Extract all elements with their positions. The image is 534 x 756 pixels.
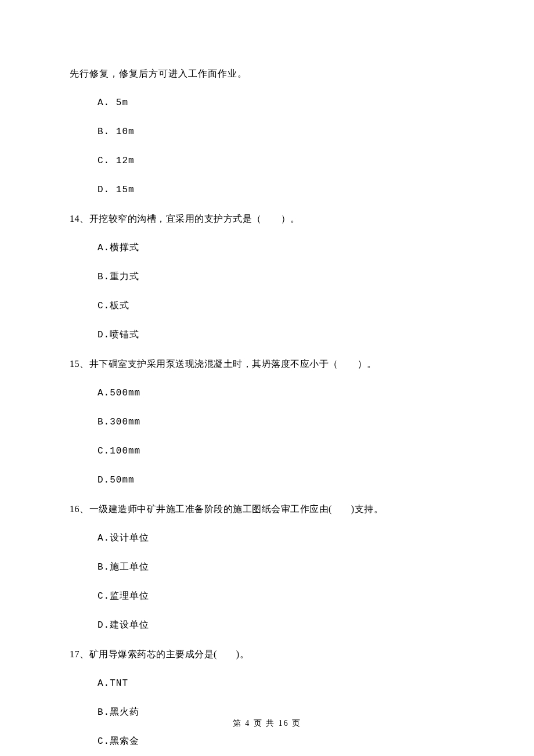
page-footer: 第 4 页 共 16 页 <box>0 717 534 729</box>
q14-option-a: A.横撑式 <box>98 241 464 255</box>
q15-option-c: C.100mm <box>98 444 464 458</box>
q17-option-a: A.TNT <box>98 676 464 690</box>
q14-option-d: D.喷锚式 <box>98 328 464 342</box>
q13-option-b: B. 10m <box>98 125 464 139</box>
q16-option-a: A.设计单位 <box>98 531 464 545</box>
q15-text: 15、井下硐室支护采用泵送现浇混凝土时，其坍落度不应小于（ ）。 <box>70 357 464 371</box>
q13-option-c: C. 12m <box>98 154 464 168</box>
q14-option-c: C.板式 <box>98 299 464 313</box>
q14-text: 14、开挖较窄的沟槽，宜采用的支护方式是（ ）。 <box>70 212 464 226</box>
q17-text: 17、矿用导爆索药芯的主要成分是( )。 <box>70 647 464 661</box>
q17-option-c: C.黑索金 <box>98 735 464 748</box>
q13-carryover-text: 先行修复，修复后方可进入工作面作业。 <box>70 67 464 81</box>
q15-option-d: D.50mm <box>98 473 464 487</box>
q13-option-d: D. 15m <box>98 183 464 197</box>
document-page: 先行修复，修复后方可进入工作面作业。 A. 5m B. 10m C. 12m D… <box>0 0 534 756</box>
q16-text: 16、一级建造师中矿井施工准备阶段的施工图纸会审工作应由( )支持。 <box>70 502 464 516</box>
q16-option-d: D.建设单位 <box>98 618 464 632</box>
q15-option-a: A.500mm <box>98 386 464 400</box>
q16-option-b: B.施工单位 <box>98 560 464 574</box>
q16-option-c: C.监理单位 <box>98 589 464 603</box>
q14-option-b: B.重力式 <box>98 270 464 284</box>
q15-option-b: B.300mm <box>98 415 464 429</box>
q13-option-a: A. 5m <box>98 96 464 110</box>
